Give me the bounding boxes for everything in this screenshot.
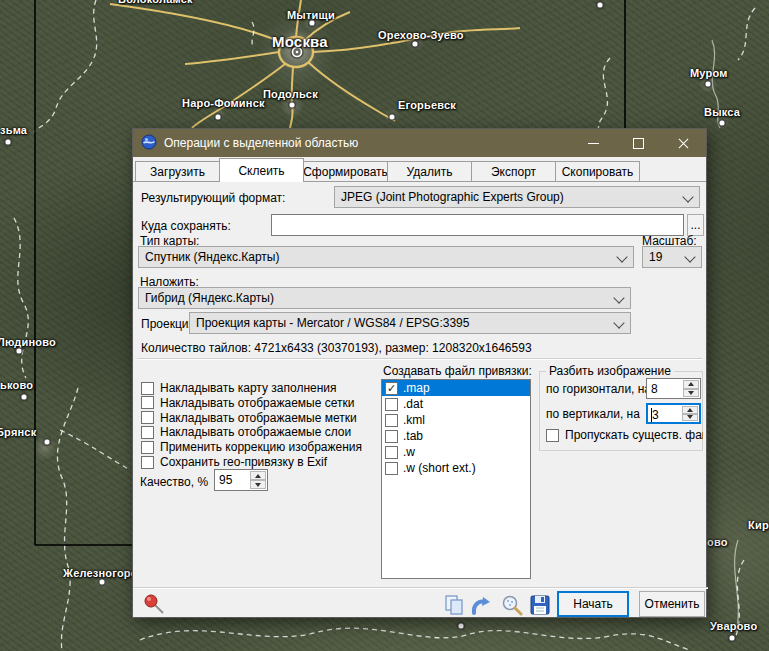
minimize-button[interactable]: [571, 129, 616, 157]
checkbox-icon: [141, 456, 154, 469]
georef-item-.tab[interactable]: .tab: [382, 428, 530, 444]
separator: [137, 358, 702, 360]
maximize-button[interactable]: [616, 129, 661, 157]
map-city-label: ово: [707, 536, 728, 548]
copy-button[interactable]: [443, 594, 465, 616]
tab-Экспорт[interactable]: Экспорт: [471, 161, 556, 182]
option-label: Накладывать отображаемые метки: [160, 411, 357, 425]
map-city-dot: [729, 635, 736, 642]
close-icon: [678, 138, 689, 149]
map-city-label: Волоколамск: [118, 0, 193, 5]
georef-label: Создавать файл привязки:: [383, 364, 532, 378]
start-button[interactable]: Начать: [557, 591, 629, 617]
tab-Скопировать[interactable]: Скопировать: [555, 161, 640, 182]
split-horizontal-spinner[interactable]: 8: [646, 378, 701, 399]
checkbox-icon: ✓: [385, 382, 398, 395]
tiles-info: Количество тайлов: 4721x6433 (30370193),…: [141, 341, 532, 355]
map-city-label: Егорьевск: [398, 99, 456, 111]
split-horizontal-label: по горизонтали, на: [546, 382, 651, 396]
georef-item-.kml[interactable]: .kml: [382, 412, 530, 428]
spin-up-icon[interactable]: [683, 380, 699, 389]
operations-dialog: Операции с выделенной областью Загрузить…: [132, 128, 707, 618]
georef-item-label: .tab: [403, 429, 423, 443]
map-city-label: Москва: [272, 33, 328, 50]
tab-Сформировать[interactable]: Сформировать: [303, 161, 388, 182]
georef-item-.w[interactable]: .w: [382, 444, 530, 460]
tab-Удалить[interactable]: Удалить: [387, 161, 472, 182]
pushpin-icon: [143, 593, 165, 615]
spin-down-icon[interactable]: [250, 480, 266, 489]
georef-item-.map[interactable]: ✓.map: [382, 380, 530, 396]
option-checkbox-3[interactable]: Накладывать отображаемые слои: [141, 425, 351, 439]
checkbox-icon: [141, 426, 154, 439]
goto-button[interactable]: [470, 594, 492, 616]
map-city-dot: [16, 348, 23, 355]
quality-value: 95: [219, 473, 232, 487]
option-checkbox-0[interactable]: Накладывать карту заполнения: [141, 381, 337, 395]
dialog-title: Операции с выделенной областью: [164, 136, 358, 150]
map-viewport[interactable]: ВолоколамскМытищиМоскваОрехово-ЗуевоНаро…: [0, 0, 769, 651]
spin-up-icon[interactable]: [682, 406, 698, 414]
spin-down-icon[interactable]: [682, 414, 698, 422]
split-vertical-label: по вертикали, на: [546, 407, 640, 421]
georef-item-.w (short ext.)[interactable]: .w (short ext.): [382, 460, 530, 476]
tab-Загрузить[interactable]: Загрузить: [135, 161, 220, 182]
save-to-label: Куда сохранять:: [141, 219, 231, 233]
scale-combobox[interactable]: 19: [642, 246, 702, 268]
split-vertical-value: 3: [652, 408, 659, 422]
scale-value: 19: [649, 250, 662, 264]
copy-icon: [443, 594, 465, 616]
format-combobox[interactable]: JPEG (Joint Photographic Experts Group): [334, 186, 700, 208]
split-horizontal-value: 8: [651, 382, 658, 396]
pin-dialog-button[interactable]: [143, 593, 165, 615]
close-button[interactable]: [661, 129, 706, 157]
option-checkbox-5[interactable]: Сохранить гео-привязку в Exif: [141, 455, 327, 469]
map-city-dot: [215, 114, 222, 121]
spin-down-icon[interactable]: [683, 389, 699, 398]
map-city-label: Людиново: [0, 336, 56, 348]
map-city-dot: [719, 120, 726, 127]
overlay-combobox[interactable]: Гибрид (Яндекс.Карты): [138, 287, 631, 309]
option-label: Накладывать отображаемые слои: [160, 425, 351, 439]
map-city-dot: [389, 114, 396, 121]
projection-combobox[interactable]: Проекция карты - Mercator / WGS84 / EPSG…: [189, 312, 631, 334]
projection-value: Проекция карты - Mercator / WGS84 / EPSG…: [196, 316, 469, 330]
cancel-button[interactable]: Отменить: [639, 591, 705, 617]
option-label: Применить коррекцию изображения: [160, 440, 362, 454]
floppy-save-icon: [529, 594, 551, 616]
georef-listbox[interactable]: ✓.map.dat.kml.tab.w.w (short ext.): [381, 379, 531, 579]
option-checkbox-1[interactable]: Накладывать отображаемые сетки: [141, 396, 354, 410]
option-label: Сохранить гео-привязку в Exif: [160, 455, 327, 469]
georef-item-.dat[interactable]: .dat: [382, 396, 530, 412]
map-city-label: Уварово: [710, 620, 757, 632]
split-group-title: Разбить изображение: [546, 364, 674, 378]
spin-up-icon[interactable]: [250, 471, 266, 480]
maximize-icon: [633, 138, 644, 149]
map-city-label: Железногорск: [63, 567, 143, 579]
checkbox-icon: [141, 411, 154, 424]
map-type-combobox[interactable]: Спутник (Яндекс.Карты): [138, 246, 634, 268]
browse-button[interactable]: ...: [687, 214, 704, 236]
map-city-dot: [309, 20, 316, 27]
save-path-input[interactable]: [271, 214, 684, 236]
magnifier-icon: [501, 594, 523, 616]
split-vertical-spinner[interactable]: 3: [646, 403, 701, 424]
checkbox-icon: [385, 430, 398, 443]
checkbox-icon: [546, 429, 559, 442]
georef-item-label: .map: [403, 381, 430, 395]
chevron-down-icon: [616, 251, 627, 262]
save-settings-button[interactable]: [529, 594, 551, 616]
zoom-preview-button[interactable]: [501, 594, 523, 616]
map-city-label: Орехово-Зуево: [378, 29, 464, 41]
tab-Склеить[interactable]: Склеить: [219, 158, 304, 182]
georef-item-label: .w (short ext.): [403, 461, 476, 475]
dialog-titlebar[interactable]: Операции с выделенной областью: [133, 129, 706, 157]
map-type-value: Спутник (Яндекс.Карты): [145, 250, 279, 264]
map-city-dot: [597, 2, 604, 9]
option-checkbox-2[interactable]: Накладывать отображаемые метки: [141, 411, 357, 425]
format-value: JPEG (Joint Photographic Experts Group): [341, 190, 564, 204]
skip-existing-checkbox[interactable]: Пропускать существ. файл: [546, 428, 703, 442]
map-city-dot: [458, 623, 465, 630]
quality-spinner[interactable]: 95: [214, 469, 268, 491]
option-checkbox-4[interactable]: Применить коррекцию изображения: [141, 440, 362, 454]
